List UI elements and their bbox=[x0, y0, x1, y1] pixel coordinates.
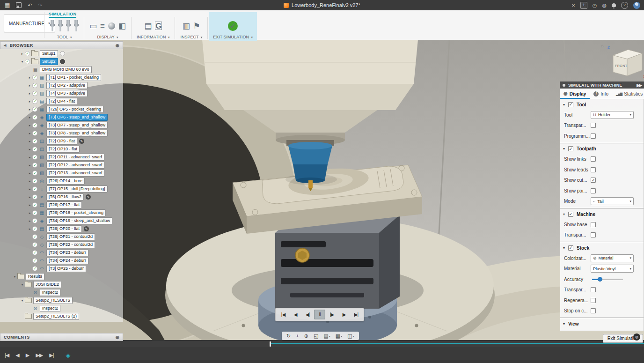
comments-pin-icon[interactable]: ◉ bbox=[116, 335, 119, 340]
browser-item-label[interactable]: Results bbox=[26, 273, 44, 280]
history-go-start-icon[interactable]: |◀ bbox=[5, 352, 9, 358]
browser-item-label[interactable]: [T2] OP11 - advanced_swarf bbox=[46, 154, 104, 161]
history-icon[interactable]: ◷ bbox=[593, 3, 597, 8]
browser-item-label[interactable]: [T34] OP24 - deburr bbox=[46, 257, 88, 264]
browser-row[interactable]: ▸✓▦[T26] OP18 - pocket_clearing bbox=[0, 209, 123, 217]
stop-on-c-checkbox[interactable] bbox=[591, 308, 596, 313]
step-forward-button[interactable]: |▶ bbox=[326, 310, 337, 319]
display-settings-icon-button[interactable]: ▤▾ bbox=[322, 333, 332, 339]
browser-item-label[interactable]: [T4] OP3 - adaptive bbox=[46, 90, 88, 97]
browser-row[interactable]: ▸✓▤[T26] OP20 - flat✎ bbox=[0, 225, 123, 233]
close-icon[interactable]: × bbox=[571, 2, 575, 8]
browser-row[interactable]: ▸✓▨[T4] OP3 - adaptive bbox=[0, 89, 123, 97]
help-icon[interactable]: ? bbox=[621, 2, 628, 9]
new-tab-icon[interactable]: + bbox=[580, 2, 587, 9]
colorizat-dropdown[interactable]: ⊗Material▾ bbox=[591, 254, 634, 262]
browser-item-label[interactable]: [T2] OP10 - flat bbox=[46, 146, 80, 153]
measure-icon[interactable]: ▥ bbox=[183, 22, 190, 30]
browser-item-label[interactable]: Inspect2 bbox=[40, 289, 60, 296]
browser-item-label[interactable]: [T6] OP16 - flow2 bbox=[46, 193, 84, 200]
browser-row[interactable]: Setup2_RESULTS (2) bbox=[0, 312, 123, 320]
caret-right-icon[interactable]: ▸ bbox=[27, 211, 32, 215]
apps-grid-icon[interactable]: ▦ bbox=[5, 2, 10, 8]
browser-row[interactable]: ▸✓▤[T2] OP9 - flat✎ bbox=[0, 137, 123, 145]
browser-row[interactable]: ✓◠[T3] OP25 - deburr bbox=[0, 265, 123, 273]
caret-down-icon[interactable]: ▾ bbox=[563, 212, 565, 216]
ribbon-group-label[interactable]: INSPECT ▾ bbox=[180, 35, 202, 39]
browser-row[interactable]: ✓◇[T26] OP22 - contour2d bbox=[0, 241, 123, 249]
pause-button[interactable]: ‖ bbox=[314, 310, 325, 319]
caret-down-icon[interactable]: ▾ bbox=[563, 147, 565, 151]
caret-right-icon[interactable]: ▸ bbox=[27, 148, 32, 151]
browser-row[interactable]: ▾Results bbox=[0, 273, 123, 281]
browser-item-label[interactable]: [T2] OP13 - advanced_swarf bbox=[46, 170, 105, 177]
browser-row[interactable]: ▸✓▦[T26] OP5 - pocket_clearing bbox=[0, 105, 123, 113]
tool-shaft-icon[interactable] bbox=[58, 20, 63, 31]
caret-right-icon[interactable]: ▸ bbox=[27, 124, 32, 127]
zoom-icon-button[interactable]: ⊕ bbox=[302, 333, 310, 339]
browser-item-label[interactable]: [T3] OP6 - steep_and_shallow bbox=[46, 114, 108, 121]
show-base-checkbox[interactable] bbox=[591, 222, 596, 227]
browser-row[interactable]: ▾JOSHSIDE2 bbox=[0, 281, 123, 289]
section-checkbox[interactable]: ✓ bbox=[568, 146, 573, 151]
browser-item-label[interactable]: Setup2 bbox=[40, 58, 58, 65]
browser-row[interactable]: ▸✓▧[T2] OP11 - advanced_swarf bbox=[0, 153, 123, 161]
section-header-stock[interactable]: ▾✓Stock bbox=[560, 243, 644, 253]
browser-row[interactable]: ▸✓▤[T2] OP10 - flat bbox=[0, 145, 123, 153]
simulation-marker-icon[interactable]: ◈ bbox=[66, 352, 71, 359]
expand-panel-icon[interactable]: ▶▶ bbox=[637, 83, 641, 88]
browser-item-label[interactable]: [T26] OP18 - pocket_clearing bbox=[46, 209, 106, 216]
viewcube-front-label[interactable]: FRONT bbox=[615, 64, 628, 67]
document-tab[interactable]: Lowerbody_ReneFinalv2 v27* bbox=[284, 2, 360, 8]
browser-item-label[interactable]: [T3] OP8 - steep_and_shallow bbox=[46, 130, 108, 137]
browser-row[interactable]: ✓◠[T34] OP24 - deburr bbox=[0, 257, 123, 265]
undo-icon[interactable]: ↶ bbox=[28, 3, 32, 8]
caret-right-icon[interactable]: ▸ bbox=[27, 132, 32, 135]
browser-row[interactable]: ▸✓▧[T2] OP12 - advanced_swarf bbox=[0, 161, 123, 169]
caret-down-icon[interactable]: ▾ bbox=[12, 275, 17, 279]
browser-row[interactable]: ▸✓Setup1 bbox=[0, 50, 123, 58]
caret-right-icon[interactable]: ▸ bbox=[27, 195, 32, 199]
caret-right-icon[interactable]: ▸ bbox=[27, 163, 32, 167]
browser-item-label[interactable]: [T34] OP23 - deburr bbox=[46, 249, 88, 256]
web-icon[interactable]: ◍ bbox=[602, 3, 607, 8]
section-checkbox[interactable]: ✓ bbox=[568, 245, 573, 251]
caret-right-icon[interactable]: ▸ bbox=[27, 219, 32, 223]
simulation-timeline-scrubber[interactable] bbox=[0, 340, 644, 348]
browser-row[interactable]: ⊙Inspect2 bbox=[0, 289, 123, 296]
modified-badge[interactable]: ✎ bbox=[79, 139, 84, 144]
caret-right-icon[interactable]: ▸ bbox=[27, 187, 32, 191]
section-header-view[interactable]: ▾View bbox=[560, 319, 644, 329]
timeline-playhead[interactable] bbox=[270, 341, 271, 347]
caret-right-icon[interactable]: ▸ bbox=[27, 76, 32, 80]
browser-item-label[interactable]: [T26] OP20 - flat bbox=[46, 225, 82, 232]
browser-header[interactable]: ◀ BROWSER ◉ bbox=[0, 41, 123, 49]
exit-check-icon[interactable]: ✓ bbox=[228, 21, 238, 31]
probe-icon[interactable]: ⚑ bbox=[193, 22, 200, 30]
tab-statistics[interactable]: ▂▅▇Statistics bbox=[612, 89, 644, 99]
caret-right-icon[interactable]: ▸ bbox=[27, 108, 32, 111]
browser-row[interactable]: ▸✓▤[T26] OP17 - flat bbox=[0, 201, 123, 209]
browser-row[interactable]: ⊙Inspect2 bbox=[0, 304, 123, 312]
status-bubble-icon[interactable]: ◍ bbox=[633, 333, 640, 341]
caret-right-icon[interactable]: ▸ bbox=[27, 227, 32, 231]
viewcube[interactable]: ⌂ FRONT Z X bbox=[603, 43, 644, 80]
section-checkbox[interactable]: ✓ bbox=[568, 102, 573, 107]
next-operation-button[interactable]: ▶ bbox=[338, 310, 350, 319]
browser-pin-icon[interactable]: ◉ bbox=[116, 43, 119, 48]
section-header-machine[interactable]: ▾✓Machine bbox=[560, 209, 644, 219]
orbit-icon-button[interactable]: ↻ bbox=[285, 333, 293, 339]
browser-row[interactable]: ▸✓▤[T2] OP4 - flat bbox=[0, 97, 123, 105]
step-back-button[interactable]: ◀| bbox=[302, 310, 313, 319]
browser-item-label[interactable]: Inspect2 bbox=[40, 305, 60, 312]
simulate-panel-header[interactable]: SIMULATE WITH MACHINE ▶▶ bbox=[560, 81, 644, 89]
browser-row[interactable]: ▸✓◈[T3] OP7 - steep_and_shallow bbox=[0, 121, 123, 129]
comments-header[interactable]: COMMENTS ◉ bbox=[0, 333, 123, 341]
caret-down-icon[interactable]: ▾ bbox=[20, 299, 25, 303]
browser-item-label[interactable]: [T2] OP2 - adaptive bbox=[46, 82, 88, 89]
caret-right-icon[interactable]: ▸ bbox=[27, 92, 32, 96]
fit-icon-button[interactable]: ◱ bbox=[312, 333, 320, 339]
caret-right-icon[interactable]: ▸ bbox=[27, 140, 32, 143]
modified-badge[interactable]: ✎ bbox=[86, 194, 91, 200]
browser-item-label[interactable]: [T3] OP25 - deburr bbox=[46, 265, 86, 272]
